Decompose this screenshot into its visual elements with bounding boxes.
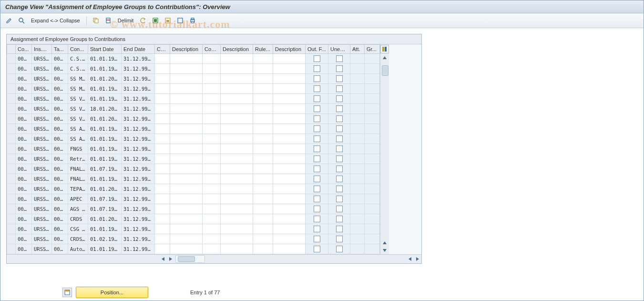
table-row[interactable]: 0001URSS...0051CRDS01.01.200931.12.9999 (7, 214, 380, 224)
cell-editable[interactable] (203, 184, 221, 194)
cell-editable[interactable] (273, 74, 306, 84)
checkbox[interactable] (314, 236, 320, 242)
table-row[interactable]: 0001URSS...0021APEC01.07.199431.12.9999 (7, 194, 380, 204)
cell-editable[interactable] (221, 174, 253, 184)
row-selector[interactable] (7, 224, 16, 234)
checkbox[interactable] (314, 156, 320, 162)
checkbox[interactable] (336, 65, 343, 72)
cell-checkbox[interactable] (306, 244, 328, 254)
delete-button[interactable] (103, 16, 113, 25)
scroll-left2-icon[interactable] (406, 255, 414, 263)
cell-editable[interactable] (273, 194, 306, 204)
table-row[interactable]: 0001URSS...0002C.S.G....01.01.199831.12.… (7, 64, 380, 74)
table-row[interactable]: 0001URSS...0001C.S.G....01.01.199431.12.… (7, 54, 380, 64)
cell-editable[interactable] (253, 94, 273, 104)
cell-editable[interactable] (203, 244, 221, 254)
cell-editable[interactable] (221, 74, 253, 84)
cell-editable[interactable] (273, 54, 306, 64)
cell-editable[interactable] (155, 74, 170, 84)
column-header[interactable]: Att. (350, 45, 365, 54)
cell-checkbox[interactable] (306, 84, 328, 94)
cell-editable[interactable] (155, 144, 170, 154)
checkbox[interactable] (336, 55, 343, 62)
cell-checkbox[interactable] (306, 174, 328, 184)
cell-editable[interactable] (221, 84, 253, 94)
cell-editable[interactable] (155, 64, 170, 74)
checkbox[interactable] (336, 186, 343, 192)
checkbox[interactable] (314, 186, 320, 192)
checkbox[interactable] (336, 206, 343, 212)
cell-editable[interactable] (170, 134, 203, 144)
configure-columns-icon[interactable] (380, 45, 389, 53)
cell-editable[interactable] (170, 224, 203, 234)
checkbox[interactable] (314, 145, 320, 152)
cell-checkbox[interactable] (306, 134, 328, 144)
row-selector[interactable] (7, 164, 16, 174)
cell-editable[interactable] (170, 184, 203, 194)
table-row[interactable]: 0001URSS...0007SS Vi...01.01.200631.12.9… (7, 114, 380, 124)
cell-editable[interactable] (253, 134, 273, 144)
cell-editable[interactable] (170, 174, 203, 184)
column-header[interactable]: Unem... (328, 45, 350, 54)
cell-editable[interactable] (253, 114, 273, 124)
column-header[interactable]: Co... (16, 45, 32, 54)
cell-checkbox[interactable] (328, 84, 350, 94)
cell-editable[interactable] (253, 54, 273, 64)
cell-editable[interactable] (253, 154, 273, 164)
cell-checkbox[interactable] (306, 64, 328, 74)
cell-editable[interactable] (203, 104, 221, 114)
cell-checkbox[interactable] (328, 54, 350, 64)
checkbox[interactable] (314, 226, 320, 232)
cell-checkbox[interactable] (328, 124, 350, 134)
column-header[interactable]: Description (170, 45, 203, 54)
table-row[interactable]: 0001URSS...0015FNAL/..01.07.199431.12.99… (7, 164, 380, 174)
checkbox[interactable] (314, 196, 320, 202)
data-grid[interactable]: Co...Ins....Ta...Con...Start DateEnd Dat… (7, 44, 380, 254)
checkbox[interactable] (314, 95, 320, 102)
cell-editable[interactable] (170, 64, 203, 74)
cell-editable[interactable] (155, 124, 170, 134)
cell-editable[interactable] (273, 184, 306, 194)
cell-checkbox[interactable] (306, 104, 328, 114)
column-header[interactable]: Ta... (52, 45, 68, 54)
cell-editable[interactable] (170, 244, 203, 254)
checkbox[interactable] (336, 105, 343, 112)
checkbox[interactable] (336, 145, 343, 152)
row-selector[interactable] (7, 144, 16, 154)
column-header[interactable]: Gr... (365, 45, 380, 54)
cell-editable[interactable] (170, 154, 203, 164)
checkbox[interactable] (314, 166, 320, 172)
cell-editable[interactable] (221, 234, 253, 244)
cell-editable[interactable] (203, 194, 221, 204)
cell-checkbox[interactable] (328, 104, 350, 114)
checkbox[interactable] (336, 85, 343, 92)
table-row[interactable]: 0001URSS...0018TEPA ..01.01.200931.12.99… (7, 184, 380, 194)
cell-editable[interactable] (253, 64, 273, 74)
cell-checkbox[interactable] (306, 74, 328, 84)
row-selector[interactable] (7, 134, 16, 144)
table-row[interactable]: 0001URSS...0078CSG p..01.01.199431.12.99… (7, 224, 380, 234)
cell-editable[interactable] (170, 214, 203, 224)
cell-checkbox[interactable] (306, 204, 328, 214)
cell-editable[interactable] (203, 154, 221, 164)
cell-editable[interactable] (170, 204, 203, 214)
cell-editable[interactable] (253, 184, 273, 194)
checkbox[interactable] (336, 216, 343, 222)
cell-checkbox[interactable] (328, 174, 350, 184)
row-selector[interactable] (7, 174, 16, 184)
cell-checkbox[interactable] (306, 94, 328, 104)
cell-editable[interactable] (155, 54, 170, 64)
row-selector[interactable] (7, 104, 16, 114)
cell-checkbox[interactable] (328, 214, 350, 224)
row-selector[interactable] (7, 214, 16, 224)
position-button[interactable]: Position... (76, 287, 148, 298)
cell-editable[interactable] (221, 214, 253, 224)
cell-editable[interactable] (253, 164, 273, 174)
checkbox[interactable] (314, 55, 320, 62)
cell-editable[interactable] (170, 54, 203, 64)
table-row[interactable]: 0001URSS...0008SS All..01.01.199431.12.9… (7, 124, 380, 134)
cell-editable[interactable] (221, 244, 253, 254)
row-selector[interactable] (7, 154, 16, 164)
cell-editable[interactable] (203, 224, 221, 234)
cell-editable[interactable] (155, 94, 170, 104)
